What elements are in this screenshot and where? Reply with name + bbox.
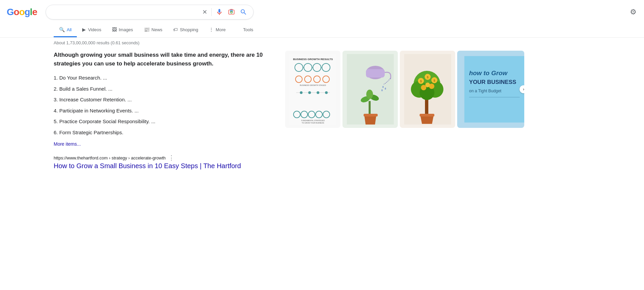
logo-e: e	[32, 7, 37, 17]
snippet-list: 1. Do Your Research. ... 2. Build a Sale…	[54, 72, 275, 138]
text-card-svg: how to Grow YOUR BUSINESS on a Tight Bud…	[463, 56, 524, 123]
list-item: 2. Build a Sales Funnel. ...	[54, 84, 275, 95]
plant-watering-svg	[347, 54, 394, 125]
logo-o1: o	[14, 7, 19, 17]
list-item: 5. Practice Corporate Social Responsibil…	[54, 116, 275, 127]
svg-text:how to Grow: how to Grow	[469, 69, 508, 77]
search-button[interactable]	[239, 8, 248, 16]
svg-text:FUNDAMENTAL STRATEGIES: FUNDAMENTAL STRATEGIES	[301, 119, 325, 122]
tab-shopping-label: Shopping	[180, 27, 198, 32]
tab-shopping[interactable]: 🏷 Shopping	[168, 23, 204, 37]
nav-tabs: 🔍 All ▶ Videos 🖼 Images 📰 News 🏷 Shoppin…	[0, 23, 644, 38]
right-panel: BUSINESS GROWTH RESULTS BUSINESS GROWTH …	[285, 51, 480, 170]
snippet-bold-text: Although growing your small business wil…	[54, 51, 275, 68]
thumbnail-1[interactable]: BUSINESS GROWTH RESULTS BUSINESS GROWTH …	[285, 51, 340, 128]
svg-point-21	[325, 91, 328, 94]
svg-text:YOUR BUSINESS: YOUR BUSINESS	[469, 79, 517, 85]
thumbnail-2[interactable]	[342, 51, 398, 128]
tab-videos-label: Videos	[88, 27, 101, 32]
result-url: https://www.thehartford.com › strategy ›…	[54, 155, 166, 160]
results-count: About 1,73,00,00,000 results (0.61 secon…	[0, 38, 644, 47]
settings-button[interactable]: ⚙	[629, 7, 637, 17]
svg-point-20	[317, 91, 319, 94]
svg-text:$: $	[427, 76, 428, 79]
search-divider	[211, 8, 212, 16]
count-text: About 1,73,00,00,000 results (0.61 secon…	[54, 40, 140, 45]
svg-rect-56	[420, 114, 434, 116]
svg-point-18	[300, 91, 303, 94]
tab-all[interactable]: 🔍 All	[54, 23, 77, 37]
main-content: Although growing your small business wil…	[0, 47, 644, 174]
tab-images[interactable]: 🖼 Images	[107, 23, 139, 37]
infographic-svg: BUSINESS GROWTH RESULTS BUSINESS GROWTH …	[289, 54, 336, 125]
tab-tools[interactable]: Tools	[238, 23, 259, 37]
more-items-link[interactable]: More items...	[54, 141, 275, 147]
svg-rect-31	[366, 69, 385, 78]
svg-point-34	[381, 89, 383, 91]
clear-icon: ✕	[202, 8, 207, 16]
videos-icon: ▶	[82, 27, 86, 32]
svg-point-38	[366, 90, 373, 99]
header: Google how to grow your business ✕	[0, 0, 644, 23]
clear-button[interactable]: ✕	[202, 8, 208, 16]
mic-icon	[216, 8, 223, 16]
result-options-button[interactable]: ⋮	[168, 155, 174, 161]
search-input[interactable]: how to grow your business	[51, 9, 198, 15]
svg-text:BUSINESS GROWTH RESULTS: BUSINESS GROWTH RESULTS	[293, 58, 333, 61]
svg-point-2	[231, 12, 232, 13]
svg-text:TO GROW YOUR BUSINESS: TO GROW YOUR BUSINESS	[302, 122, 324, 124]
news-icon: 📰	[144, 27, 150, 32]
gear-icon: ⚙	[630, 8, 637, 16]
tab-videos[interactable]: ▶ Videos	[77, 23, 107, 37]
list-item: 1. Do Your Research. ...	[54, 72, 275, 84]
all-icon: 🔍	[59, 27, 65, 32]
image-search-button[interactable]	[227, 8, 236, 16]
logo-l: l	[30, 7, 32, 17]
tab-tools-label: Tools	[243, 27, 253, 32]
tab-all-label: All	[67, 27, 71, 32]
thumbnail-4[interactable]: how to Grow YOUR BUSINESS on a Tight Bud…	[457, 51, 524, 128]
svg-point-33	[385, 88, 386, 90]
svg-text:BUSINESS GROWTH STAGES: BUSINESS GROWTH STAGES	[300, 84, 326, 86]
header-right: ⚙	[629, 7, 637, 17]
search-icon	[240, 8, 247, 16]
list-item: 3. Increase Customer Retention. ...	[54, 94, 275, 105]
svg-text:$: $	[433, 79, 435, 82]
featured-snippet: Although growing your small business wil…	[54, 51, 275, 147]
images-icon: 🖼	[112, 27, 117, 32]
tab-images-label: Images	[119, 27, 133, 32]
svg-point-19	[308, 91, 311, 94]
svg-text:on a Tight Budget: on a Tight Budget	[469, 89, 502, 93]
google-logo[interactable]: Google	[7, 7, 37, 17]
search-bar[interactable]: how to grow your business ✕	[46, 5, 254, 19]
camera-icon	[228, 8, 235, 16]
list-item: 4. Participate in Networking Events. ...	[54, 105, 275, 116]
shopping-icon: 🏷	[173, 27, 178, 32]
svg-rect-35	[369, 101, 371, 114]
money-tree-svg: $ $ $	[404, 54, 451, 125]
logo-g2: g	[24, 7, 30, 17]
logo-o2: o	[19, 7, 24, 17]
tab-news-label: News	[152, 27, 163, 32]
svg-text:$: $	[420, 80, 422, 83]
svg-rect-39	[364, 114, 378, 116]
list-item: 6. Form Strategic Partnerships.	[54, 127, 275, 138]
first-result: https://www.thehartford.com › strategy ›…	[54, 155, 275, 170]
more-icon: ⋮	[209, 27, 214, 32]
tab-more[interactable]: ⋮ More	[204, 23, 231, 37]
svg-point-52	[425, 83, 430, 87]
voice-search-button[interactable]	[215, 8, 224, 16]
left-panel: Although growing your small business wil…	[54, 51, 275, 170]
logo-g: G	[7, 7, 14, 17]
tab-more-label: More	[216, 27, 226, 32]
svg-point-32	[382, 86, 384, 88]
svg-rect-41	[425, 98, 428, 114]
tab-news[interactable]: 📰 News	[139, 23, 168, 37]
result-url-row: https://www.thehartford.com › strategy ›…	[54, 155, 275, 161]
thumbnail-3[interactable]: $ $ $	[400, 51, 455, 128]
result-title[interactable]: How to Grow a Small Business in 10 Easy …	[54, 162, 241, 170]
